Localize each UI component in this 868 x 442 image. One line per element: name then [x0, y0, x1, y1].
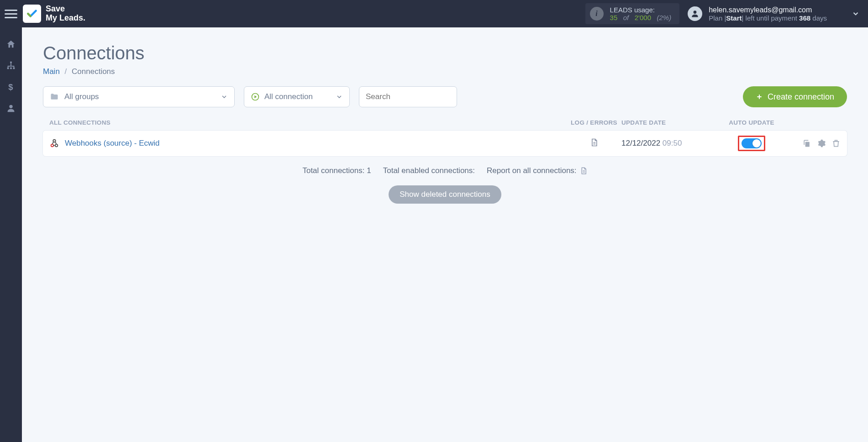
webhook-icon: [49, 138, 59, 148]
filter-groups[interactable]: All groups: [43, 86, 235, 107]
nav-account[interactable]: [6, 103, 16, 113]
brand-line1: Save: [46, 5, 85, 14]
filter-groups-label: All groups: [64, 92, 99, 101]
leads-label: LEADS usage:: [610, 6, 672, 14]
sidebar: $: [0, 27, 22, 442]
user-menu[interactable]: helen.savemyleads@gmail.com Plan |Start|…: [688, 6, 860, 22]
chevron-down-icon: [336, 93, 343, 100]
check-icon: [26, 8, 38, 20]
filters-row: All groups All connection Create connect…: [43, 86, 847, 107]
svg-rect-4: [13, 68, 15, 69]
col-date: UPDATE DATE: [621, 119, 713, 126]
svg-text:$: $: [8, 82, 13, 92]
play-circle-icon: [251, 92, 260, 101]
table-header: ALL CONNECTIONS LOG / ERRORS UPDATE DATE…: [43, 117, 847, 131]
connection-link[interactable]: Webhooks (source) - Ecwid: [65, 139, 160, 148]
leads-used: 35: [610, 14, 618, 21]
summary-row: Total connections: 1 Total enabled conne…: [43, 166, 847, 175]
row-date: 12/12/2022 09:50: [621, 139, 713, 148]
trash-icon[interactable]: [831, 139, 841, 148]
nav-home[interactable]: [6, 39, 16, 49]
create-btn-label: Create connection: [768, 92, 834, 102]
leads-of: of: [623, 14, 629, 21]
col-log: LOG / ERRORS: [567, 119, 621, 126]
svg-rect-3: [10, 68, 12, 69]
brand-line2: My Leads.: [46, 14, 85, 23]
folder-icon: [50, 92, 59, 101]
document-icon: [589, 138, 599, 147]
show-deleted-button[interactable]: Show deleted connections: [389, 185, 501, 204]
menu-toggle[interactable]: [5, 7, 17, 20]
nav-connections[interactable]: [6, 60, 16, 70]
col-auto: AUTO UPDATE: [713, 119, 790, 126]
svg-point-6: [9, 105, 12, 108]
auto-update-highlight: [738, 136, 765, 151]
leads-usage-box[interactable]: i LEADS usage: 35 of 2'000 (2%): [585, 3, 680, 24]
total-connections: Total connections: 1: [302, 166, 371, 175]
row-actions: [790, 139, 841, 148]
brand-logo[interactable]: [23, 5, 41, 23]
table-row: Webhooks (source) - Ecwid 12/12/2022 09:…: [43, 131, 847, 156]
crumb-current: Connections: [72, 67, 115, 76]
leads-quota: 2'000: [635, 14, 651, 21]
svg-point-0: [694, 11, 697, 14]
info-icon: i: [590, 7, 604, 21]
user-email: helen.savemyleads@gmail.com: [709, 6, 827, 14]
search-box[interactable]: [359, 86, 457, 107]
crumb-main[interactable]: Main: [43, 67, 60, 76]
svg-rect-2: [7, 68, 9, 69]
chevron-down-icon[interactable]: [852, 10, 860, 18]
row-log[interactable]: [567, 138, 621, 149]
chevron-down-icon: [221, 93, 228, 100]
filter-connection-status[interactable]: All connection: [244, 86, 350, 107]
user-text: helen.savemyleads@gmail.com Plan |Start|…: [709, 6, 827, 22]
copy-icon[interactable]: [802, 139, 811, 148]
user-plan: Plan |Start| left until payment 368 days: [709, 14, 827, 22]
search-input[interactable]: [366, 92, 450, 101]
crumb-sep: /: [65, 67, 67, 76]
leads-pct: (2%): [657, 14, 672, 21]
leads-usage-text: LEADS usage: 35 of 2'000 (2%): [610, 6, 672, 21]
plus-icon: [756, 93, 763, 100]
gear-icon[interactable]: [817, 139, 826, 148]
create-connection-button[interactable]: Create connection: [743, 86, 847, 107]
topbar: Save My Leads. i LEADS usage: 35 of 2'00…: [0, 0, 868, 27]
avatar-icon: [688, 6, 702, 21]
report-all[interactable]: Report on all connections:: [487, 166, 588, 175]
svg-rect-11: [805, 142, 810, 147]
col-name: ALL CONNECTIONS: [49, 119, 567, 126]
page-title: Connections: [43, 43, 847, 63]
brand-text: Save My Leads.: [46, 5, 85, 23]
document-icon: [579, 167, 588, 175]
svg-rect-1: [10, 62, 12, 63]
nav-billing[interactable]: $: [6, 81, 16, 92]
total-enabled: Total enabled connections:: [383, 166, 475, 175]
auto-update-toggle[interactable]: [742, 138, 762, 148]
breadcrumb: Main / Connections: [43, 67, 847, 76]
filter-conn-label: All connection: [264, 92, 313, 101]
main-content: Connections Main / Connections All group…: [22, 27, 868, 442]
